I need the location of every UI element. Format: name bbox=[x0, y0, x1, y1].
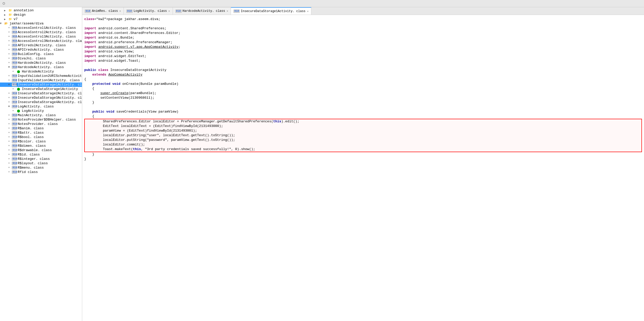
code-line: localEditor.commit(); bbox=[85, 142, 641, 147]
green-circle-icon: ⬤ bbox=[16, 109, 21, 113]
tab-insecure[interactable]: 010 InsecureDataStorage1Activity. class … bbox=[231, 7, 311, 15]
expand-icon[interactable]: ▼ bbox=[8, 66, 12, 69]
tree-item-APICredsActivity[interactable]: + 010 APICredsActivity. class bbox=[0, 48, 82, 52]
tree-item-HardcodeActivity-sub[interactable]: + ⬤ HardcodeActivity bbox=[0, 69, 82, 74]
tree-item-RSmenu[interactable]: + 010 R$menu. class bbox=[0, 166, 82, 170]
tab-label: HardcodeActivity. class bbox=[183, 9, 225, 13]
tree-item-RSattr[interactable]: + 010 R$attr. class bbox=[0, 131, 82, 135]
tree-item-NotesProviderDBHelper[interactable]: + 010 NotesProvider$DBHelper. class bbox=[0, 117, 82, 122]
tab-close-icon[interactable]: ✕ bbox=[227, 10, 228, 13]
tree-item-DivaJni[interactable]: + 010 DivaJni. class bbox=[0, 56, 82, 61]
code-line: { bbox=[82, 86, 644, 91]
tree-item-annotation[interactable]: ▶ 📁 annotation bbox=[0, 8, 82, 13]
code-line: import android.content.SharedPreferences… bbox=[82, 26, 644, 31]
code-text: import android.os.Bundle; bbox=[84, 35, 642, 40]
tree-item-RScolor[interactable]: + 010 R$color. class bbox=[0, 139, 82, 144]
code-text: super.onCreate(paramBundle); bbox=[84, 91, 642, 96]
tree-item-LogActivity-class[interactable]: ▼ 010 LogActivity. class bbox=[0, 104, 82, 109]
expand-icon: + bbox=[8, 153, 12, 156]
expand-icon: + bbox=[12, 109, 16, 112]
tree-item-BuildConfig[interactable]: + 010 BuildConfig. class bbox=[0, 52, 82, 56]
tree-item-RSid[interactable]: + 010 R$id. class bbox=[0, 152, 82, 157]
tree-item-InsecureDataStorage2Activity[interactable]: + 010 InsecureDataStorage2Activity. clas… bbox=[0, 91, 82, 96]
tree-item-InputValidation2URISchemeActivity[interactable]: + 010 InputValidation2URISchemeActivity.… bbox=[0, 74, 82, 78]
tree-item-AccessControl3NotesActivity[interactable]: + 010 AccessControl3NotesActivity. class bbox=[0, 39, 82, 43]
tree-item-InsecureDataStorage1Activity-sub[interactable]: + ⬤ InsecureDataStorage1Activity bbox=[0, 87, 82, 91]
tab-close-icon[interactable]: ✕ bbox=[169, 10, 170, 13]
class-file-icon: 010 bbox=[12, 31, 17, 34]
expand-icon[interactable]: ▶ bbox=[4, 13, 8, 16]
tree-item-APIcreds2Activity[interactable]: + 010 APIcreds2Activity. class bbox=[0, 43, 82, 48]
tree-item-label: BuildConfig. class bbox=[18, 52, 54, 56]
code-line: EditText localEditText = (EditText)findV… bbox=[85, 124, 641, 129]
tree-item-InputValidation3Activity[interactable]: + 010 InputValidation3Activity. class bbox=[0, 78, 82, 82]
code-line: } bbox=[82, 157, 644, 161]
expand-icon[interactable]: ▼ bbox=[8, 83, 12, 86]
code-line: public void saveCredentials(View paramVi… bbox=[82, 109, 644, 114]
tree-item-label: R$dimen. class bbox=[18, 144, 46, 148]
tree-item-label: R$layout. class bbox=[18, 161, 48, 165]
class-file-icon: 010 bbox=[12, 153, 17, 156]
tab-close-icon[interactable]: ✕ bbox=[307, 10, 309, 13]
tree-item-Hardcode2Activity[interactable]: + 010 Hardcode2Activity. class bbox=[0, 61, 82, 65]
tree-item-InsecureDataStorage3Activity[interactable]: + 010 InsecureDataStorage3Activity. clas… bbox=[0, 96, 82, 100]
class-file-icon: 010 bbox=[12, 118, 17, 121]
class-file-icon: 010 bbox=[12, 35, 17, 38]
tab-close-icon[interactable]: ✕ bbox=[119, 10, 121, 13]
tree-item-AccessControl1Activity[interactable]: + 010 AccessControl1Activity. class bbox=[0, 26, 82, 30]
tree-item-AccessControl2Activity[interactable]: + 010 AccessControl2Activity. class bbox=[0, 30, 82, 34]
expand-icon: + bbox=[8, 140, 12, 143]
expand-icon: + bbox=[8, 166, 12, 169]
code-line: import android.support.v7.app.AppCompatA… bbox=[82, 45, 644, 49]
code-line bbox=[82, 22, 644, 26]
tree-item-RSlayout[interactable]: + 010 R$layout. class bbox=[0, 161, 82, 166]
tree-item-InsecureDataStorage1Activity-class[interactable]: ▼ 010 InsecureDataStorage1Activity. clas… bbox=[0, 82, 82, 87]
class-file-icon: 010 bbox=[12, 96, 17, 99]
tree-item-RSinteger[interactable]: + 010 R$integer. class bbox=[0, 157, 82, 161]
expand-icon[interactable]: ▶ bbox=[4, 9, 8, 12]
tree-item-Rfid[interactable]: + 010 Rfid class bbox=[0, 170, 82, 174]
tab-logactivity[interactable]: 010 LogActivity. class ✕ bbox=[124, 7, 173, 15]
tree-item-label: design bbox=[14, 13, 26, 17]
expand-icon: + bbox=[8, 171, 12, 173]
code-line bbox=[82, 105, 644, 109]
code-line: { bbox=[82, 77, 644, 82]
tree-item-RSdrawable[interactable]: + 010 R$drawable. class bbox=[0, 148, 82, 152]
tree-item-RSdimen[interactable]: + 010 R$dimen. class bbox=[0, 144, 82, 148]
expand-icon: + bbox=[8, 144, 12, 147]
tree-item-MainActivity[interactable]: + 010 MainActivity. class bbox=[0, 113, 82, 117]
expand-icon: + bbox=[12, 70, 16, 73]
expand-icon[interactable]: ▼ bbox=[0, 22, 4, 25]
class-file-icon: 010 bbox=[12, 149, 17, 152]
class-file-icon: 010 bbox=[12, 170, 17, 174]
code-text bbox=[84, 105, 642, 109]
tab-label: InsecureDataStorage1Activity. class bbox=[241, 10, 305, 13]
code-line: protected void onCreate(Bundle paramBund… bbox=[82, 82, 644, 86]
code-container[interactable]: class="kw2">package jakhar.aseem.diva; i… bbox=[82, 15, 644, 321]
expand-icon: + bbox=[8, 79, 12, 82]
expand-icon[interactable]: ▶ bbox=[4, 18, 8, 21]
tree-item-NotesProvider[interactable]: + 010 NotesProvider. class bbox=[0, 122, 82, 126]
tree-item-HardcodeActivity-class[interactable]: ▼ 010 HardcodeActivity. class bbox=[0, 65, 82, 69]
tree-item-label: APICredsActivity. class bbox=[18, 48, 64, 52]
expand-icon: + bbox=[8, 53, 12, 56]
code-line: import android.widget.EditText; bbox=[82, 54, 644, 59]
code-text: import android.widget.EditText; bbox=[84, 54, 642, 59]
tree-item-AccessControl3Activity[interactable]: + 010 AccessControl3Activity. class bbox=[0, 34, 82, 39]
tree-item-RSanim[interactable]: + 010 R$anim. class bbox=[0, 126, 82, 131]
expand-icon: + bbox=[8, 61, 12, 64]
tree-item-LogActivity-sub[interactable]: + ⬤ LogActivity bbox=[0, 109, 82, 113]
tree-item-v7[interactable]: ▶ 📁 v7 bbox=[0, 17, 82, 21]
code-line: } bbox=[82, 100, 644, 105]
code-text: localEditor.commit(); bbox=[87, 142, 639, 147]
tree-item-design[interactable]: ▶ 📁 design bbox=[0, 13, 82, 17]
tree-item-label: InsecureDataStorage1Activity. class bbox=[18, 83, 82, 87]
tab-hardcode[interactable]: 010 HardcodeActivity. class ✕ bbox=[173, 7, 231, 15]
tab-animres[interactable]: 010 AnimRes. class ✕ bbox=[82, 7, 124, 15]
code-text: public void saveCredentials(View paramVi… bbox=[84, 109, 642, 114]
tree-item-RSbool[interactable]: + 010 R$bool. class bbox=[0, 135, 82, 139]
code-line: paramView = (EditText)findViewById(21314… bbox=[85, 129, 641, 133]
tree-item-jakhar-aseem-diva[interactable]: ▼ 📂 jakhar/aseem/diva bbox=[0, 21, 82, 26]
expand-icon[interactable]: ▼ bbox=[8, 105, 12, 108]
tree-item-InsecureDataStorage4Activity[interactable]: + 010 InsecureDataStorage4Activity. clas… bbox=[0, 100, 82, 104]
